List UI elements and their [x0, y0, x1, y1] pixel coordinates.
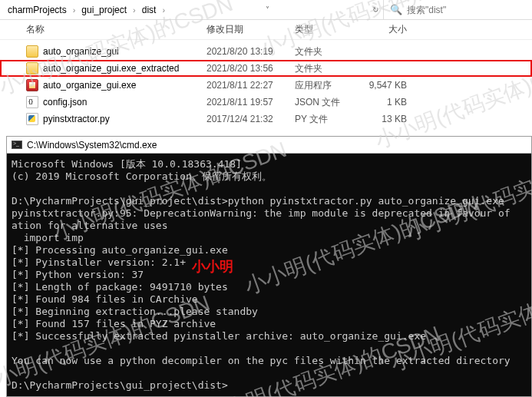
exe-icon	[26, 79, 38, 91]
file-type: 文件夹	[295, 62, 353, 75]
file-name: config.json	[43, 97, 207, 108]
cmd-icon	[12, 141, 22, 149]
column-headers: 名称 修改日期 类型 大小	[0, 20, 532, 40]
py-icon	[26, 113, 38, 125]
cmd-window: C:\Windows\System32\cmd.exe Microsoft Wi…	[6, 136, 532, 397]
file-date: 2017/12/4 21:32	[207, 114, 295, 124]
file-date: 2021/8/11 19:57	[207, 97, 295, 108]
file-date: 2021/8/11 22:27	[207, 80, 295, 91]
file-name: auto_organize_gui	[43, 46, 207, 57]
folder-icon	[26, 45, 38, 58]
col-name[interactable]: 名称	[26, 23, 207, 36]
file-name: pyinstxtractor.py	[43, 114, 207, 124]
file-type: 文件夹	[295, 45, 353, 58]
file-type: JSON 文件	[295, 96, 353, 109]
chevron-right-icon: ›	[131, 5, 137, 15]
col-date[interactable]: 修改日期	[207, 23, 295, 36]
file-list: auto_organize_gui2021/8/20 13:19文件夹auto_…	[0, 40, 532, 127]
refresh-icon[interactable]: ↻	[372, 5, 378, 14]
chevron-right-icon: ›	[160, 5, 167, 15]
file-size: 1 KB	[353, 97, 407, 108]
file-size: 9,547 KB	[353, 80, 407, 91]
search-box[interactable]: 🔍	[383, 0, 529, 19]
json-icon	[26, 96, 38, 108]
col-type[interactable]: 类型	[295, 23, 353, 36]
file-type: PY 文件	[295, 113, 353, 126]
file-row[interactable]: pyinstxtractor.py2017/12/4 21:32PY 文件13 …	[0, 111, 532, 127]
cmd-title-text: C:\Windows\System32\cmd.exe	[27, 140, 157, 151]
cmd-output[interactable]: Microsoft Windows [版本 10.0.18363.418] (c…	[7, 154, 531, 397]
breadcrumb-segment[interactable]: dist	[137, 3, 161, 17]
file-type: 应用程序	[295, 79, 353, 92]
file-row[interactable]: config.json2021/8/11 19:57JSON 文件1 KB	[0, 94, 532, 111]
breadcrumb-segment[interactable]: charmProjects	[3, 3, 71, 17]
file-name: auto_organize_gui.exe_extracted	[43, 63, 207, 74]
file-row[interactable]: auto_organize_gui.exe2021/8/11 22:27应用程序…	[0, 77, 532, 94]
folder-icon	[26, 62, 38, 74]
breadcrumb-segment[interactable]: gui_project	[77, 3, 131, 17]
file-name: auto_organize_gui.exe	[43, 80, 207, 91]
file-row[interactable]: auto_organize_gui2021/8/20 13:19文件夹	[0, 43, 532, 60]
chevron-right-icon: ›	[71, 5, 78, 15]
col-size[interactable]: 大小	[353, 23, 407, 36]
file-date: 2021/8/20 13:19	[207, 46, 295, 57]
breadcrumb: charmProjects › gui_project › dist › ˅ ↻…	[0, 0, 532, 20]
cmd-titlebar[interactable]: C:\Windows\System32\cmd.exe	[7, 137, 531, 154]
file-size: 13 KB	[353, 114, 407, 124]
file-row[interactable]: auto_organize_gui.exe_extracted2021/8/20…	[0, 60, 532, 77]
file-date: 2021/8/20 13:56	[207, 63, 295, 74]
search-input[interactable]	[407, 5, 523, 15]
search-icon: 🔍	[390, 4, 402, 15]
chevron-down-icon[interactable]: ˅	[266, 5, 269, 14]
